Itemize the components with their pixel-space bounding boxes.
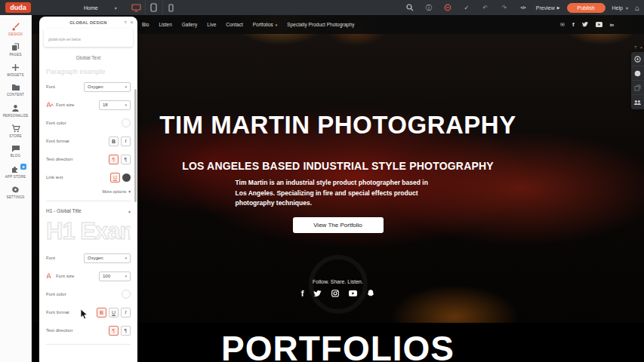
sidebar-item-pages[interactable]: PAGES [0,39,31,60]
rtl-button[interactable]: ¶ [121,155,131,164]
comments-tool-button[interactable] [631,66,644,81]
chat-bubble-icon [11,145,20,152]
site-nav-gallery[interactable]: Gallery [182,22,198,27]
h1-preview: H1 Example [46,218,131,247]
sidebar-item-settings[interactable]: SETTINGS [0,182,31,202]
chevron-down-icon: ▾ [125,256,127,260]
close-icon[interactable]: × [640,45,642,50]
font-size-row: Font size 18 ▾ [46,98,131,112]
sidebar-item-design[interactable]: DESIGN [0,19,31,39]
panel-header: GLOBAL DESIGN ? × [39,17,137,28]
page-selector[interactable]: Home ▾ [84,5,117,11]
bold-button[interactable]: B [109,137,119,146]
italic-button[interactable]: I [121,137,131,146]
new-app-badge: ★ [20,164,26,170]
sidebar-item-blog[interactable]: BLOG [0,141,31,161]
font-format-row: Font format B I [46,134,131,148]
undo-icon[interactable]: ↶ [479,2,491,14]
view-portfolio-button[interactable]: View The Portfolio [293,217,384,233]
sidebar-item-store[interactable]: STORE [0,121,31,141]
mobile-view-button[interactable] [162,0,180,15]
editor-topbar: duda Home ▾ ⓘ ✓ ↶ ↷ [0,0,644,15]
site-nav-live[interactable]: Live [207,22,216,27]
right-toolbar-mini-header: ? × [634,45,642,50]
close-icon[interactable]: × [131,20,134,25]
twitter-icon[interactable] [313,290,322,297]
hero-description[interactable]: Tim Martin is an industrial style produc… [236,178,441,209]
h1-font-row: Font Oxygen ▾ [46,251,131,265]
linkedin-icon[interactable]: in [610,23,614,27]
email-icon[interactable]: ✉ [560,22,565,28]
h1-font-size-row: Font size 100 ▾ [46,269,131,283]
preview-button[interactable]: Preview ▶ [536,5,560,11]
h1-ltr-button[interactable]: ¶ [109,326,119,336]
help-icon[interactable]: ? [124,20,127,25]
sidebar-item-widgets[interactable]: WIDGETS [0,60,31,80]
h1-font-size-select[interactable]: 100 ▾ [99,272,131,281]
section-divider [46,344,131,345]
site-nav-specialty[interactable]: Specialty Product Photography [287,22,354,27]
sidebar-item-app-store[interactable]: APP STORE ★ [0,161,31,182]
redo-icon[interactable]: ↷ [498,2,510,14]
youtube-icon[interactable] [349,290,357,296]
font-size-select[interactable]: 18 ▾ [99,100,131,110]
twitter-icon[interactable] [582,22,588,27]
site-nav-listen[interactable]: Listen [159,22,171,27]
h1-font-select[interactable]: Oxygen ▾ [84,253,131,263]
link-underline-button[interactable]: U [110,173,120,183]
comments-icon[interactable] [442,2,454,14]
panel-title: GLOBAL DESIGN [69,20,107,25]
dev-mode-icon[interactable]: </> [517,2,529,14]
instagram-icon[interactable] [331,290,339,297]
font-size-icon [46,273,54,279]
help-menu[interactable]: Help ▾ [612,5,628,11]
font-size-icon [46,102,54,108]
tablet-view-button[interactable] [145,0,162,15]
snapchat-icon[interactable] [367,290,374,297]
editor-sidebar: DESIGN PAGES WIDGETS CONTENT PERSONALIZE… [0,15,32,362]
facebook-icon[interactable]: f [301,289,304,298]
h1-rtl-button[interactable]: ¶ [121,326,131,336]
facebook-icon[interactable]: f [572,21,575,28]
h1-italic-button[interactable]: I [121,308,131,318]
chevron-down-icon: ▾ [115,5,117,11]
duda-logo[interactable]: duda [5,2,31,13]
h1-section-header[interactable]: H1 - Global Title ▴ [46,208,131,213]
chevron-down-icon: ▾ [276,23,278,27]
ltr-button[interactable]: ¶ [109,155,119,164]
more-options-link[interactable]: More options ▾ [46,189,131,194]
sidebar-item-personalize[interactable]: PERSONALIZE [0,100,31,121]
site-nav-portfolios[interactable]: Portfolios ▾ [253,22,278,27]
font-select[interactable]: Oxygen ▾ [84,82,131,92]
link-color-swatch[interactable] [122,173,131,182]
brush-icon [11,23,20,31]
right-floating-toolbar [631,52,644,109]
collaborators-button[interactable] [631,95,644,109]
site-nav-bio[interactable]: Bio [142,22,149,27]
puzzle-icon [11,165,20,173]
sidebar-item-content[interactable]: CONTENT [0,80,31,100]
dashboard-home-icon[interactable]: ⌂ [635,4,639,12]
cart-icon [11,124,20,133]
lens-tool-button[interactable] [631,52,644,66]
h1-font-color-swatch[interactable] [122,290,131,299]
device-switcher [128,0,180,15]
chevron-down-icon: ▾ [125,103,127,107]
panel-scrollbar[interactable] [134,89,137,202]
h1-bold-button[interactable]: B [97,308,106,318]
youtube-icon[interactable] [596,22,602,27]
panel-body: Global Text Paragraph example Font Oxyge… [39,55,137,345]
publish-button[interactable]: Publish [567,3,605,13]
help-icon[interactable]: ? [634,45,636,50]
search-icon[interactable] [404,2,416,14]
h1-underline-button[interactable]: U [109,308,119,318]
layers-tool-button[interactable] [631,81,644,95]
font-color-swatch[interactable] [122,118,131,127]
site-nav-contact[interactable]: Contact [226,22,242,27]
h1-text-direction-row: Text direction ¶ ¶ [46,324,131,337]
desktop-view-button[interactable] [128,0,145,15]
global-text-heading: Global Text [46,55,131,60]
pages-icon [11,43,20,51]
check-icon[interactable]: ✓ [461,2,473,14]
info-icon[interactable]: ⓘ [423,2,435,14]
